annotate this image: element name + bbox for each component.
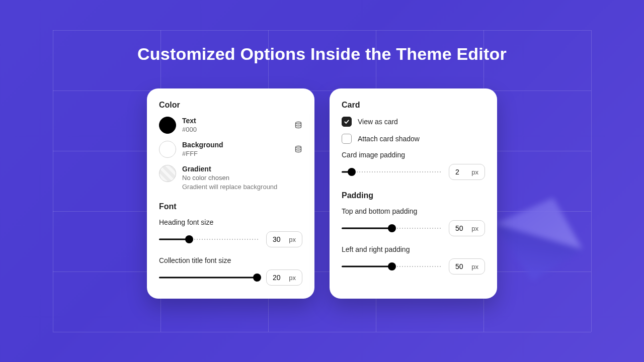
color-value: #FFF [182,150,288,158]
color-swatch-text[interactable] [159,117,176,134]
value-number: 50 [455,224,463,232]
panel-card-padding: Card View as card Attach card shadow Car… [330,88,497,299]
color-note: Gradient will replace background [182,183,302,191]
svg-point-1 [296,146,301,148]
slider-track[interactable] [342,167,442,177]
page-title: Customized Options Inside the Theme Edit… [0,44,644,64]
checkbox-label: Attach card shadow [358,135,420,143]
slider-track[interactable] [342,261,442,272]
slider-thumb[interactable] [388,262,396,270]
panel-color-font: Color Text #000 Backgro [147,88,314,299]
database-icon[interactable] [294,121,302,129]
field-label-image-padding: Card image padding [342,151,485,159]
color-info: Background #FFF [182,141,288,158]
color-info: Text #000 [182,117,288,134]
slider-track[interactable] [159,273,259,283]
section-heading-color: Color [159,101,302,110]
value-input-image-padding[interactable]: 2 px [449,164,485,180]
checkbox-view-as-card[interactable] [342,117,352,127]
slider-heading-size: 30 px [159,231,302,247]
value-input-heading-size[interactable]: 30 px [266,231,302,247]
field-label-top-bottom-padding: Top and bottom padding [342,207,485,215]
checkbox-row-view-as-card[interactable]: View as card [342,117,485,127]
value-unit: px [289,274,296,282]
color-row-text[interactable]: Text #000 [159,117,302,134]
svg-point-0 [296,122,301,124]
color-value: No color chosen [182,174,302,182]
section-heading-padding: Padding [342,191,485,200]
slider-image-padding: 2 px [342,164,485,180]
slider-top-bottom-padding: 50 px [342,220,485,236]
stage: Customized Options Inside the Theme Edit… [0,0,644,362]
checkbox-label: View as card [358,118,398,126]
color-label: Text [182,117,288,126]
slider-thumb[interactable] [348,168,356,176]
slider-left-right-padding: 50 px [342,258,485,275]
checkbox-row-attach-shadow[interactable]: Attach card shadow [342,134,485,144]
color-label: Background [182,141,288,150]
slider-collection-size: 20 px [159,269,302,286]
color-row-gradient[interactable]: Gradient No color chosen Gradient will r… [159,165,302,191]
slider-thumb[interactable] [253,274,261,282]
value-input-collection-size[interactable]: 20 px [266,269,302,286]
slider-thumb[interactable] [185,235,193,243]
value-number: 2 [455,168,459,176]
value-input-top-bottom-padding[interactable]: 50 px [449,220,485,236]
section-heading-card: Card [342,101,485,110]
slider-track[interactable] [342,223,442,233]
value-unit: px [471,263,478,270]
color-swatch-background[interactable] [159,141,176,158]
checkbox-attach-shadow[interactable] [342,134,352,144]
value-number: 50 [455,262,463,270]
value-unit: px [471,168,478,176]
section-heading-font: Font [159,202,302,211]
color-info: Gradient No color chosen Gradient will r… [182,165,302,191]
settings-panels: Color Text #000 Backgro [0,88,644,299]
value-unit: px [471,225,478,232]
color-value: #000 [182,126,288,134]
color-label: Gradient [182,165,302,174]
value-number: 20 [273,274,281,282]
value-input-left-right-padding[interactable]: 50 px [449,258,485,275]
color-row-background[interactable]: Background #FFF [159,141,302,158]
value-number: 30 [273,235,281,243]
slider-track[interactable] [159,234,259,244]
value-unit: px [289,236,296,243]
database-icon[interactable] [294,145,302,153]
field-label-heading-size: Heading font size [159,218,302,226]
slider-thumb[interactable] [388,224,396,232]
field-label-left-right-padding: Left and right padding [342,245,485,253]
field-label-collection-size: Collection title font size [159,256,302,264]
color-swatch-gradient[interactable] [159,165,176,182]
